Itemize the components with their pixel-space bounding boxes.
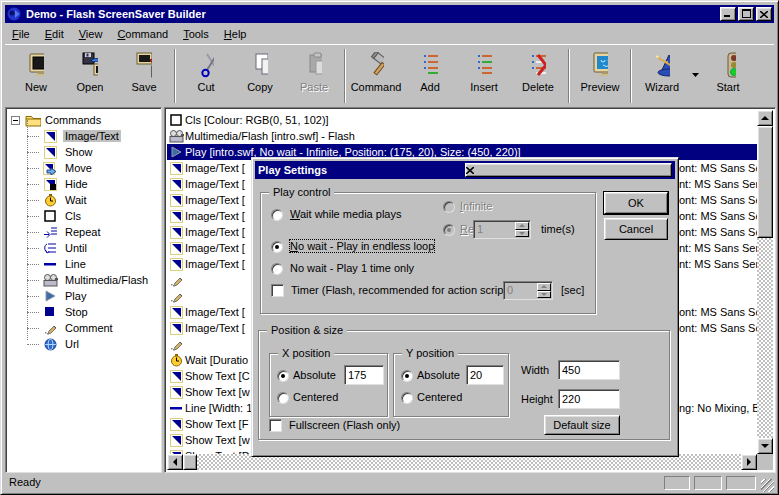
scroll-down-button[interactable] [757, 438, 773, 454]
ok-button[interactable]: OK [604, 192, 668, 214]
tree-item-label[interactable]: Play [63, 290, 88, 302]
timer-checkbox[interactable] [271, 284, 284, 297]
sidebar-item-hide[interactable]: Hide [6, 176, 161, 192]
x-absolute-radio[interactable] [277, 370, 289, 382]
menu-item-view[interactable]: View [72, 26, 111, 42]
list-item-text-fragment: nt: MS Sans Seril [679, 256, 757, 272]
sidebar-item-repeat[interactable]: Repeat [6, 224, 161, 240]
sidebar-item-show[interactable]: Show [6, 144, 161, 160]
dialog-close-button[interactable] [465, 163, 672, 177]
x-position-field[interactable]: 175 [344, 365, 384, 385]
sidebar-item-play[interactable]: Play [6, 288, 161, 304]
sidebar-item-line[interactable]: Line [6, 256, 161, 272]
wizard-dropdown-button[interactable] [689, 49, 701, 101]
tree-item-label[interactable]: Image/Text [63, 130, 121, 142]
width-field[interactable]: 450 [558, 360, 620, 380]
list-item[interactable]: Cls [Colour: RGB(0, 51, 102)] [167, 112, 757, 128]
toolbar-button-wizard[interactable]: Wizard [635, 49, 689, 101]
tree-item-label[interactable]: Hide [63, 178, 90, 190]
image-text-icon [42, 130, 58, 143]
toolbar-button-insert[interactable]: Insert [457, 49, 511, 101]
sidebar-item-comment[interactable]: Comment [6, 320, 161, 336]
toolbar-button-start[interactable]: Start [701, 49, 755, 101]
no-wait-endless-loop-radio[interactable] [271, 241, 283, 253]
list-item[interactable]: Multimedia/Flash [intro.swf] - Flash [167, 128, 757, 144]
cancel-button[interactable]: Cancel [604, 218, 668, 240]
x-centered-radio[interactable] [277, 392, 289, 404]
menu-item-tools[interactable]: Tools [176, 26, 217, 42]
tree-item-label[interactable]: Cls [63, 210, 83, 222]
tree-item-label[interactable]: Line [63, 258, 88, 270]
vertical-scrollbar[interactable] [757, 110, 773, 454]
copy-icon [252, 52, 268, 78]
timer-label[interactable]: Timer (Flash, recommended for action scr… [291, 284, 516, 296]
y-absolute-label[interactable]: Absolute [417, 369, 460, 381]
insert-icon [476, 52, 492, 78]
sidebar-item-move[interactable]: Move [6, 160, 161, 176]
tree-item-label[interactable]: Multimedia/Flash [63, 274, 150, 286]
tree-item-label[interactable]: Repeat [63, 226, 102, 238]
comment-icon [42, 322, 58, 335]
scroll-right-button[interactable] [741, 454, 757, 470]
scroll-left-button[interactable] [167, 454, 183, 470]
toolbar-button-copy[interactable]: Copy [233, 49, 287, 101]
sidebar-item-multimedia-flash[interactable]: Multimedia/Flash [6, 272, 161, 288]
tree-item-label[interactable]: Comment [63, 322, 115, 334]
vertical-scrollbar-thumb[interactable] [757, 126, 773, 238]
sidebar-item-image-text[interactable]: Image/Text [6, 128, 161, 144]
y-centered-label[interactable]: Centered [417, 391, 462, 403]
toolbar-button-new[interactable]: New [9, 49, 63, 101]
timer-spinner: 0 [503, 281, 553, 300]
scroll-up-button[interactable] [757, 110, 773, 126]
toolbar-button-open[interactable]: Open [63, 49, 117, 101]
toolbar-button-command[interactable]: Command [349, 49, 403, 101]
dialog-title-bar[interactable]: Play Settings [255, 161, 675, 179]
sidebar-item-url[interactable]: Url [6, 336, 161, 352]
tree-item-label[interactable]: Until [63, 242, 89, 254]
menu-item-file[interactable]: File [5, 26, 38, 42]
sidebar-item-cls[interactable]: Cls [6, 208, 161, 224]
sidebar-item-wait[interactable]: Wait [6, 192, 161, 208]
fullscreen-checkbox[interactable] [269, 419, 282, 432]
y-centered-radio[interactable] [401, 392, 413, 404]
y-absolute-radio[interactable] [401, 370, 413, 382]
tree-item-label[interactable]: Stop [63, 306, 90, 318]
toolbar-button-delete[interactable]: Delete [511, 49, 565, 101]
tree-item-label[interactable]: Url [63, 338, 81, 350]
tree-item-label[interactable]: Wait [63, 194, 89, 206]
minimize-button[interactable] [720, 7, 736, 21]
toolbar-button-preview[interactable]: Preview [573, 49, 627, 101]
tree-root-commands[interactable]: Commands [6, 112, 161, 128]
no-wait-once-radio[interactable] [271, 263, 283, 275]
toolbar-button-save[interactable]: Save [117, 49, 171, 101]
toolbar-button-add[interactable]: Add [403, 49, 457, 101]
no-wait-once-label[interactable]: No wait - Play 1 time only [290, 262, 414, 274]
resize-grip[interactable] [761, 479, 774, 492]
default-size-button[interactable]: Default size [544, 415, 620, 435]
menu-item-edit[interactable]: Edit [38, 26, 72, 42]
title-bar[interactable]: Demo - Flash ScreenSaver Builder [5, 5, 774, 23]
collapse-icon[interactable] [11, 116, 20, 125]
image-text-icon [167, 194, 185, 207]
tree-item-label[interactable]: Show [63, 146, 95, 158]
toolbar-button-cut[interactable]: Cut [179, 49, 233, 101]
tree-item-label[interactable]: Move [63, 162, 94, 174]
wait-while-media-plays-label[interactable]: Wait while media plays [290, 208, 401, 220]
wait-while-media-plays-radio[interactable] [271, 209, 283, 221]
menu-item-command[interactable]: Command [110, 26, 176, 42]
y-position-field[interactable]: 20 [466, 365, 504, 385]
horizontal-scrollbar-thumb[interactable] [183, 454, 197, 470]
no-wait-endless-loop-label[interactable]: No wait - Play in endless loop [290, 240, 434, 252]
minimize-icon [724, 8, 732, 20]
x-absolute-label[interactable]: Absolute [293, 369, 336, 381]
sidebar-item-stop[interactable]: Stop [6, 304, 161, 320]
play-settings-dialog: Play Settings Play control Wait while me… [251, 157, 679, 457]
height-field[interactable]: 220 [558, 389, 620, 409]
maximize-button[interactable] [738, 7, 754, 21]
sidebar-item-until[interactable]: Until [6, 240, 161, 256]
x-centered-label[interactable]: Centered [293, 391, 338, 403]
close-button[interactable] [756, 7, 772, 21]
menu-item-help[interactable]: Help [217, 26, 255, 42]
fullscreen-label[interactable]: Fullscreen (Flash only) [289, 419, 400, 431]
tree-root-label[interactable]: Commands [45, 114, 101, 126]
